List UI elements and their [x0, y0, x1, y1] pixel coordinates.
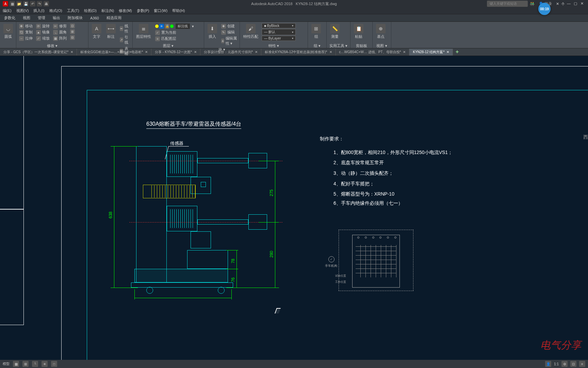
grid-snap-icon[interactable]: ▦ — [13, 361, 19, 367]
exchange-icon[interactable]: ✕ — [556, 2, 559, 6]
menu-edit[interactable]: 编(E) — [3, 8, 12, 13]
ortho-icon[interactable]: └ — [32, 361, 38, 367]
app-menu-icon[interactable]: A — [3, 1, 8, 6]
measure-button[interactable]: 📏测量 — [329, 23, 341, 40]
scale-button[interactable]: ⤢缩放 — [35, 35, 50, 41]
ribbon-tab-param[interactable]: 参数化 — [3, 14, 17, 21]
basepoint-button[interactable]: ⊕基点 — [375, 23, 387, 40]
menu-modify[interactable]: 修改(M) — [119, 8, 132, 13]
close-icon[interactable]: ✕ — [581, 1, 585, 6]
menu-insert[interactable]: 插入(I) — [33, 8, 44, 13]
leader-button[interactable]: ↗引线 — [119, 34, 130, 45]
close-tab-icon[interactable]: ✕ — [194, 50, 197, 54]
doc-tab[interactable]: 分享 - GCS（甲区）一次系统图--课堂笔记*✕ — [0, 49, 77, 56]
close-tab-icon[interactable]: ✕ — [329, 50, 332, 54]
menu-view[interactable]: 视图(V) — [16, 8, 29, 13]
model-tab[interactable]: 模型 — [3, 362, 10, 366]
mod-extra2[interactable]: ⊞ — [69, 29, 76, 34]
edit-attr-button[interactable]: a编辑属性 ▾ — [220, 35, 238, 46]
ribbon-tab-view[interactable]: 视图 — [21, 14, 32, 21]
fillet-button[interactable]: ◟圆角 — [52, 29, 67, 35]
qat-print-icon[interactable]: 🖶 — [44, 1, 49, 6]
menu-format[interactable]: 格式(O) — [49, 8, 62, 13]
close-tab-icon[interactable]: ✕ — [145, 50, 148, 54]
qat-undo-icon[interactable]: ↶ — [30, 1, 35, 6]
maximize-icon[interactable]: ▢ — [574, 1, 578, 6]
qat-save-icon[interactable]: 💾 — [23, 1, 29, 6]
close-tab-icon[interactable]: ✕ — [446, 50, 449, 54]
snap-icon[interactable]: ⊞ — [22, 361, 29, 367]
linear-button[interactable]: ━线性 — [119, 23, 130, 34]
menu-help[interactable]: 帮助(H) — [172, 8, 185, 13]
close-tab-icon[interactable]: ✕ — [255, 50, 258, 54]
doc-tab[interactable]: 标准化GGD柜总装+―…+出线柜+电容柜*✕ — [77, 49, 151, 56]
settings-icon[interactable]: ⚙ — [561, 361, 568, 367]
ribbon-tab-featured[interactable]: 精选应用 — [105, 14, 123, 21]
osnap-icon[interactable]: □ — [51, 361, 57, 367]
workspace-icon[interactable]: ⊡ — [570, 361, 576, 367]
doc-tab[interactable]: c…WGB54C+W… 进线、PT、母联自投*✕ — [336, 49, 410, 56]
ribbon-tab-addon[interactable]: 附加模块 — [66, 14, 84, 21]
text-button[interactable]: A文字 — [91, 23, 103, 40]
dim-button[interactable]: ⟷标注 — [105, 23, 117, 40]
viewcube-direction[interactable]: 西 — [583, 134, 588, 140]
doc-tab[interactable]: 分享 - KYN28-12一次图*✕ — [151, 49, 200, 56]
drawing-canvas[interactable]: 西 630A熔断器手车/带避雷器及传感器/4台 传感器 制作要求： 1、配800… — [0, 56, 588, 363]
group-button[interactable]: ⊞组 — [310, 23, 322, 40]
make-current-button[interactable]: ✓置为当前 — [154, 30, 195, 35]
panel-label-util[interactable]: 实用工具 ▾ — [329, 43, 348, 47]
scale-display[interactable]: 1:1 — [554, 362, 559, 366]
panel-label-group[interactable]: 组 ▾ — [310, 43, 324, 47]
help-icon[interactable]: ⯑ — [561, 2, 565, 6]
qat-redo-icon[interactable]: ↷ — [37, 1, 42, 6]
edit-block-button[interactable]: ✎编辑 — [220, 29, 238, 35]
panel-label-view[interactable]: 视图 ▾ — [375, 43, 389, 47]
qat-open-icon[interactable]: 📁 — [16, 1, 22, 6]
qat-new-icon[interactable]: ▦ — [10, 1, 15, 6]
mech-block-bottom — [187, 250, 228, 269]
menu-draw[interactable]: 绘图(D) — [84, 8, 97, 13]
close-tab-icon[interactable]: ✕ — [70, 50, 73, 54]
customize-icon[interactable]: ≡ — [579, 361, 585, 367]
mod-extra3[interactable]: ⊟ — [69, 35, 76, 40]
annotation-scale-icon[interactable]: 👤 — [545, 361, 551, 367]
linetype-dropdown[interactable]: — ByLayer▾ — [262, 36, 296, 41]
insert-button[interactable]: ⬇插入 — [206, 23, 218, 40]
panel-label-modify[interactable]: 修改 ▾ — [18, 43, 86, 47]
doc-tab[interactable]: 标准化KYN28A-12中置柜总装(精准推荐)*✕ — [261, 49, 336, 56]
close-tab-icon[interactable]: ✕ — [403, 50, 406, 54]
color-dropdown[interactable]: ■ ByBlock▾ — [262, 23, 296, 28]
layer-selector[interactable]: ❄ 🔒 标注线 ▾ — [154, 23, 195, 29]
doc-tab[interactable]: 分享设计报价：元器件尺寸排列*✕ — [200, 49, 261, 56]
menu-dimension[interactable]: 标注(N) — [101, 8, 114, 13]
ribbon-tab-output[interactable]: 输出 — [51, 14, 62, 21]
move-button[interactable]: ✥移动 — [18, 23, 33, 29]
minimize-icon[interactable]: — — [567, 1, 572, 6]
match-layer-button[interactable]: ≡匹配图层 — [154, 36, 195, 42]
panel-label-layer[interactable]: 图层 ▾ — [135, 43, 202, 47]
rotate-button[interactable]: ⟳旋转 — [35, 23, 50, 29]
match-prop-button[interactable]: 🖌特性匹配 — [242, 23, 260, 40]
layer-prop-button[interactable]: ≣图层特性 — [135, 23, 152, 40]
add-tab-button[interactable]: ✚ — [453, 49, 461, 55]
trim-button[interactable]: ✂修剪 — [52, 23, 67, 29]
copy-button[interactable]: ⿻复制 — [18, 29, 33, 35]
array-button[interactable]: ▦阵列 — [52, 35, 67, 41]
mod-extra1[interactable]: ⊡ — [69, 23, 76, 29]
doc-tab-active[interactable]: KYN28-12 结构方案*✕ — [409, 49, 453, 56]
polar-icon[interactable]: ✳ — [42, 361, 48, 367]
menu-window[interactable]: 窗口(W) — [154, 8, 167, 13]
lineweight-dropdown[interactable]: — 默认▾ — [262, 29, 296, 35]
menu-tools[interactable]: 工具(T) — [67, 8, 79, 13]
paste-button[interactable]: 📋粘贴 — [353, 23, 365, 40]
menu-param[interactable]: 参数(P) — [137, 8, 149, 13]
panel-label-prop[interactable]: 特性 ▾ — [242, 43, 306, 47]
help-search-input[interactable]: 键入关键字或短语 — [487, 1, 528, 7]
create-block-button[interactable]: ✚创建 — [220, 23, 238, 29]
infocenter-icon[interactable]: 👬 — [530, 2, 535, 6]
arc-button[interactable]: ◡ 圆弧 — [2, 23, 14, 40]
mirror-button[interactable]: ▲镜像 — [35, 29, 50, 35]
ribbon-tab-a360[interactable]: A360 — [89, 15, 100, 21]
stretch-button[interactable]: ↔拉伸 — [18, 35, 33, 41]
ribbon-tab-manage[interactable]: 管理 — [36, 14, 47, 21]
